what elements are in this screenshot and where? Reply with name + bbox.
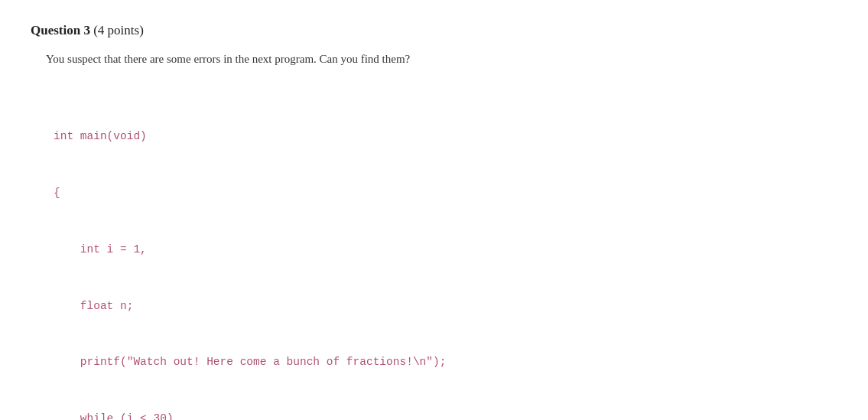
question-description: You suspect that there are some errors i… <box>46 50 837 68</box>
code-line-1: int main(void) <box>54 127 837 146</box>
question-number: Question 3 <box>31 23 90 37</box>
code-line-4: float n; <box>54 297 837 316</box>
question-container: Question 3 (4 points) You suspect that t… <box>31 23 837 420</box>
code-line-2: { <box>54 184 837 203</box>
question-header: Question 3 (4 points) <box>31 23 837 38</box>
code-line-5: printf("Watch out! Here come a bunch of … <box>54 353 837 372</box>
code-line-6: while (i < 30) <box>54 409 837 420</box>
code-block: int main(void) { int i = 1, float n; pri… <box>54 90 837 421</box>
code-line-3: int i = 1, <box>54 240 837 259</box>
question-points: (4 points) <box>93 23 144 37</box>
